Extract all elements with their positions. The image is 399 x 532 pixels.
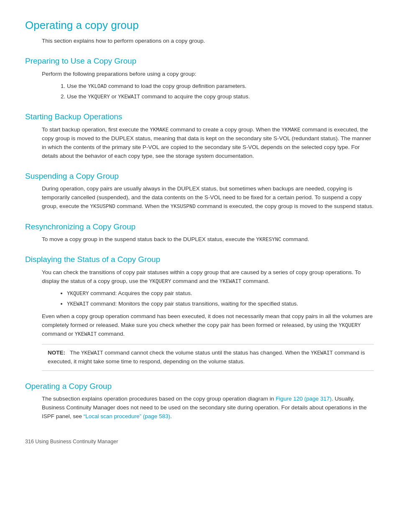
note-box: NOTE: The YKEWAIT command cannot check t… <box>42 344 374 371</box>
section-body-operating-copy-group: The subsection explains operation proced… <box>42 395 374 421</box>
note-label: NOTE: <box>48 350 65 356</box>
suspending-para: During operation, copy pairs are usually… <box>42 185 374 211</box>
list-item: Use the YKLOAD command to load the copy … <box>67 82 374 91</box>
section-body-resynchronizing: To move a copy group in the suspend stat… <box>42 235 374 244</box>
section-title-preparing: Preparing to Use a Copy Group <box>25 55 374 67</box>
section-body-displaying: You can check the transitions of copy pa… <box>42 268 374 339</box>
section-body-preparing: Perform the following preparations befor… <box>42 70 374 102</box>
section-body-starting: To start backup operation, first execute… <box>42 126 374 161</box>
preparing-list: Use the YKLOAD command to load the copy … <box>67 82 374 102</box>
page-title: Operating a copy group <box>25 17 374 33</box>
page-footer: 316 Using Business Continuity Manager <box>25 438 374 446</box>
local-scan-link[interactable]: “Local scan procedure” (page 583) <box>84 413 170 419</box>
page-intro: This section explains how to perform ope… <box>42 37 374 46</box>
section-body-suspending: During operation, copy pairs are usually… <box>42 185 374 211</box>
section-title-starting: Starting Backup Operations <box>25 111 374 123</box>
displaying-para2: Even when a copy group operation command… <box>42 312 374 339</box>
section-title-resynchronizing: Resynchronizing a Copy Group <box>25 221 374 233</box>
note-text: The YKEWAIT command cannot check the vol… <box>48 350 365 365</box>
preparing-intro: Perform the following preparations befor… <box>42 70 374 79</box>
bullet-item: YKEWAIT command: Monitors the copy pair … <box>67 300 374 308</box>
section-title-displaying: Displaying the Status of a Copy Group <box>25 253 374 265</box>
bullet-item: YKQUERY command: Acquires the copy pair … <box>67 289 374 298</box>
displaying-para1: You can check the transitions of copy pa… <box>42 268 374 286</box>
displaying-bullets: YKQUERY command: Acquires the copy pair … <box>67 289 374 309</box>
starting-para: To start backup operation, first execute… <box>42 126 374 161</box>
resynchronizing-para: To move a copy group in the suspend stat… <box>42 235 374 244</box>
operating-para: The subsection explains operation proced… <box>42 395 374 421</box>
section-title-operating-copy-group: Operating a Copy Group <box>25 380 374 392</box>
section-title-suspending: Suspending a Copy Group <box>25 170 374 182</box>
figure-link[interactable]: Figure 120 (page 317) <box>276 396 332 402</box>
list-item: Use the YKQUERY or YKEWAIT command to ac… <box>67 93 374 101</box>
footer-text: 316 Using Business Continuity Manager <box>25 439 118 445</box>
